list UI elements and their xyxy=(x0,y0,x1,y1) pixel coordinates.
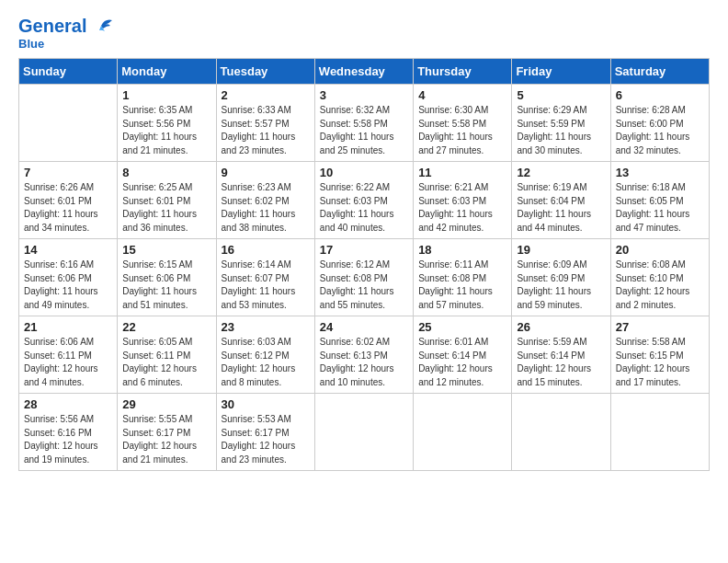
day-number: 9 xyxy=(222,166,310,179)
day-info: Sunrise: 6:12 AM Sunset: 6:08 PM Dayligh… xyxy=(320,259,408,312)
calendar-cell: 17Sunrise: 6:12 AM Sunset: 6:08 PM Dayli… xyxy=(314,239,413,316)
day-info: Sunrise: 6:22 AM Sunset: 6:03 PM Dayligh… xyxy=(320,181,408,235)
calendar-cell xyxy=(414,394,512,471)
calendar-cell: 20Sunrise: 6:08 AM Sunset: 6:10 PM Dayli… xyxy=(610,239,709,316)
day-number: 19 xyxy=(517,243,605,257)
day-number: 5 xyxy=(517,88,605,102)
calendar-cell: 30Sunrise: 5:53 AM Sunset: 6:17 PM Dayli… xyxy=(216,394,314,471)
calendar-cell: 12Sunrise: 6:19 AM Sunset: 6:04 PM Dayli… xyxy=(512,162,610,239)
calendar-cell: 23Sunrise: 6:03 AM Sunset: 6:12 PM Dayli… xyxy=(216,316,314,394)
day-number: 16 xyxy=(222,243,310,257)
day-number: 27 xyxy=(616,320,704,334)
day-number: 3 xyxy=(320,88,408,102)
calendar-cell: 1Sunrise: 6:35 AM Sunset: 5:56 PM Daylig… xyxy=(118,85,216,162)
weekday-header-tuesday: Tuesday xyxy=(216,59,314,85)
day-info: Sunrise: 6:05 AM Sunset: 6:11 PM Dayligh… xyxy=(122,336,210,389)
day-info: Sunrise: 6:18 AM Sunset: 6:05 PM Dayligh… xyxy=(616,181,704,235)
day-number: 28 xyxy=(24,397,112,411)
day-number: 1 xyxy=(122,88,210,102)
day-info: Sunrise: 6:14 AM Sunset: 6:07 PM Dayligh… xyxy=(222,259,310,312)
day-info: Sunrise: 5:56 AM Sunset: 6:16 PM Dayligh… xyxy=(24,413,112,466)
calendar-cell: 7Sunrise: 6:26 AM Sunset: 6:01 PM Daylig… xyxy=(19,162,118,239)
day-info: Sunrise: 5:55 AM Sunset: 6:17 PM Dayligh… xyxy=(122,413,210,466)
day-info: Sunrise: 6:06 AM Sunset: 6:11 PM Dayligh… xyxy=(24,336,112,389)
calendar-week-1: 1Sunrise: 6:35 AM Sunset: 5:56 PM Daylig… xyxy=(19,85,710,162)
day-number: 26 xyxy=(517,320,605,334)
day-info: Sunrise: 6:19 AM Sunset: 6:04 PM Dayligh… xyxy=(517,181,605,235)
day-info: Sunrise: 6:26 AM Sunset: 6:01 PM Dayligh… xyxy=(24,181,112,235)
day-number: 4 xyxy=(418,88,506,102)
calendar-cell xyxy=(512,394,610,471)
day-info: Sunrise: 5:59 AM Sunset: 6:14 PM Dayligh… xyxy=(517,336,605,389)
day-info: Sunrise: 6:32 AM Sunset: 5:58 PM Dayligh… xyxy=(320,104,408,157)
calendar-cell: 27Sunrise: 5:58 AM Sunset: 6:15 PM Dayli… xyxy=(610,316,709,394)
day-info: Sunrise: 6:30 AM Sunset: 5:58 PM Dayligh… xyxy=(418,104,506,157)
day-info: Sunrise: 6:21 AM Sunset: 6:03 PM Dayligh… xyxy=(418,181,506,235)
weekday-header-friday: Friday xyxy=(512,59,610,85)
calendar-week-4: 21Sunrise: 6:06 AM Sunset: 6:11 PM Dayli… xyxy=(19,316,710,394)
calendar-cell: 16Sunrise: 6:14 AM Sunset: 6:07 PM Dayli… xyxy=(216,239,314,316)
day-info: Sunrise: 6:01 AM Sunset: 6:14 PM Dayligh… xyxy=(418,336,506,389)
day-info: Sunrise: 6:28 AM Sunset: 6:00 PM Dayligh… xyxy=(616,104,704,157)
day-info: Sunrise: 5:58 AM Sunset: 6:15 PM Dayligh… xyxy=(616,336,704,389)
day-number: 7 xyxy=(24,166,112,179)
day-info: Sunrise: 6:03 AM Sunset: 6:12 PM Dayligh… xyxy=(222,336,310,389)
logo-general: General xyxy=(18,16,86,36)
day-number: 29 xyxy=(122,397,210,411)
weekday-header-row: SundayMondayTuesdayWednesdayThursdayFrid… xyxy=(19,59,710,85)
calendar-cell: 9Sunrise: 6:23 AM Sunset: 6:02 PM Daylig… xyxy=(216,162,314,239)
calendar-cell: 2Sunrise: 6:33 AM Sunset: 5:57 PM Daylig… xyxy=(216,85,314,162)
day-number: 22 xyxy=(122,320,210,334)
day-info: Sunrise: 6:29 AM Sunset: 5:59 PM Dayligh… xyxy=(517,104,605,157)
day-number: 12 xyxy=(517,166,605,179)
day-info: Sunrise: 6:23 AM Sunset: 6:02 PM Dayligh… xyxy=(222,181,310,235)
day-info: Sunrise: 6:35 AM Sunset: 5:56 PM Dayligh… xyxy=(122,104,210,157)
day-info: Sunrise: 6:33 AM Sunset: 5:57 PM Dayligh… xyxy=(222,104,310,157)
day-number: 30 xyxy=(222,397,310,411)
day-info: Sunrise: 6:11 AM Sunset: 6:08 PM Dayligh… xyxy=(418,259,506,312)
logo-blue-text: Blue xyxy=(18,37,44,51)
day-number: 14 xyxy=(24,243,112,257)
day-number: 21 xyxy=(24,320,112,334)
weekday-header-thursday: Thursday xyxy=(414,59,512,85)
day-info: Sunrise: 5:53 AM Sunset: 6:17 PM Dayligh… xyxy=(222,413,310,466)
day-number: 17 xyxy=(320,243,408,257)
calendar-cell: 26Sunrise: 5:59 AM Sunset: 6:14 PM Dayli… xyxy=(512,316,610,394)
day-info: Sunrise: 6:15 AM Sunset: 6:06 PM Dayligh… xyxy=(122,259,210,312)
calendar-cell xyxy=(314,394,413,471)
calendar-cell: 13Sunrise: 6:18 AM Sunset: 6:05 PM Dayli… xyxy=(610,162,709,239)
calendar-cell: 18Sunrise: 6:11 AM Sunset: 6:08 PM Dayli… xyxy=(414,239,512,316)
weekday-header-saturday: Saturday xyxy=(610,59,709,85)
calendar-cell xyxy=(610,394,709,471)
calendar-week-2: 7Sunrise: 6:26 AM Sunset: 6:01 PM Daylig… xyxy=(19,162,710,239)
calendar-week-5: 28Sunrise: 5:56 AM Sunset: 6:16 PM Dayli… xyxy=(19,394,710,471)
calendar-cell: 21Sunrise: 6:06 AM Sunset: 6:11 PM Dayli… xyxy=(19,316,118,394)
calendar-cell: 6Sunrise: 6:28 AM Sunset: 6:00 PM Daylig… xyxy=(610,85,709,162)
page: General Blue SundayMondayTuesdayWednesda… xyxy=(0,0,728,488)
day-number: 23 xyxy=(222,320,310,334)
calendar: SundayMondayTuesdayWednesdayThursdayFrid… xyxy=(18,58,710,471)
calendar-cell: 11Sunrise: 6:21 AM Sunset: 6:03 PM Dayli… xyxy=(414,162,512,239)
day-number: 10 xyxy=(320,166,408,179)
day-info: Sunrise: 6:16 AM Sunset: 6:06 PM Dayligh… xyxy=(24,259,112,312)
logo-general-text: General xyxy=(18,17,86,35)
logo-bird-icon xyxy=(88,17,114,35)
calendar-cell xyxy=(19,85,118,162)
calendar-cell: 29Sunrise: 5:55 AM Sunset: 6:17 PM Dayli… xyxy=(118,394,216,471)
weekday-header-monday: Monday xyxy=(118,59,216,85)
calendar-week-3: 14Sunrise: 6:16 AM Sunset: 6:06 PM Dayli… xyxy=(19,239,710,316)
day-number: 25 xyxy=(418,320,506,334)
day-number: 15 xyxy=(122,243,210,257)
header: General Blue xyxy=(18,17,710,51)
calendar-cell: 22Sunrise: 6:05 AM Sunset: 6:11 PM Dayli… xyxy=(118,316,216,394)
logo: General Blue xyxy=(18,17,114,51)
calendar-cell: 4Sunrise: 6:30 AM Sunset: 5:58 PM Daylig… xyxy=(414,85,512,162)
calendar-cell: 10Sunrise: 6:22 AM Sunset: 6:03 PM Dayli… xyxy=(314,162,413,239)
weekday-header-wednesday: Wednesday xyxy=(314,59,413,85)
day-number: 8 xyxy=(122,166,210,179)
day-number: 18 xyxy=(418,243,506,257)
day-info: Sunrise: 6:02 AM Sunset: 6:13 PM Dayligh… xyxy=(320,336,408,389)
calendar-cell: 19Sunrise: 6:09 AM Sunset: 6:09 PM Dayli… xyxy=(512,239,610,316)
day-number: 6 xyxy=(616,88,704,102)
day-info: Sunrise: 6:08 AM Sunset: 6:10 PM Dayligh… xyxy=(616,259,704,312)
